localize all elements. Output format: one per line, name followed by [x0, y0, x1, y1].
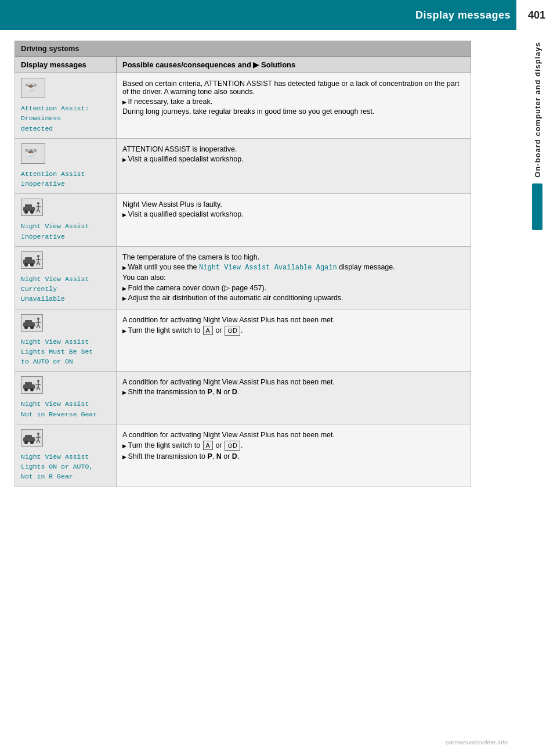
display-msg-cell: Night View AssistCurrentlyUnavailable — [15, 246, 117, 309]
solutions-cell: A condition for activating Night View As… — [117, 309, 471, 372]
solution-text: Based on certain criteria, ATTENTION ASS… — [122, 80, 465, 96]
section-title: Driving systems — [15, 41, 471, 56]
svg-point-31 — [30, 326, 34, 329]
svg-line-15 — [35, 210, 37, 211]
svg-rect-29 — [25, 320, 32, 323]
solution-text: A condition for activating Night View As… — [122, 431, 465, 439]
solution-text: The temperature of the camera is too hig… — [122, 253, 465, 261]
key-a: A — [203, 441, 213, 450]
display-msg-label: Night View AssistInoperative — [21, 221, 110, 242]
page-number: 401 — [516, 0, 557, 30]
svg-point-8 — [37, 202, 39, 204]
solution-bullet: Visit a qualified specialist workshop. — [122, 155, 465, 163]
display-msg-label: Night View AssistLights Must Be Setto AU… — [21, 337, 110, 367]
night-view-icon — [21, 429, 43, 447]
coffee-icon: ☕ ≋≋≋ — [21, 143, 45, 164]
svg-point-32 — [37, 318, 39, 320]
svg-rect-5 — [25, 204, 32, 208]
solution-bullet: Visit a qualified specialist workshop. — [122, 210, 465, 218]
display-msg-cell: Night View AssistNot in Reverse Gear — [15, 372, 117, 424]
svg-line-36 — [38, 325, 40, 328]
svg-line-24 — [38, 262, 40, 265]
solution-text: ATTENTION ASSIST is inoperative. — [122, 145, 465, 153]
main-content: Driving systems Display messages Possibl… — [0, 30, 518, 498]
display-msg-label: Night View AssistNot in Reverse Gear — [21, 399, 110, 419]
key-auto: ⊙D — [225, 441, 240, 451]
svg-point-55 — [30, 441, 34, 444]
header-bar: Display messages — [0, 0, 557, 30]
display-msg-label: Attention Assist:Drowsinessdetected — [21, 103, 110, 134]
svg-point-6 — [24, 210, 28, 214]
display-msg-cell: Night View AssistLights ON or AUTO,Not i… — [15, 424, 117, 487]
display-msg-cell: ☕ ≋≋≋ Attention AssistInoperative — [15, 138, 117, 194]
side-tab-label: On-board computer and displays — [533, 42, 542, 178]
night-view-icon — [21, 251, 43, 269]
side-tab: On-board computer and displays — [518, 30, 557, 230]
driving-systems-table: Display messages Possible causes/consequ… — [15, 56, 471, 487]
solution-text: A condition for activating Night View As… — [122, 316, 465, 324]
svg-line-60 — [38, 440, 40, 443]
key-auto: ⊙D — [225, 326, 240, 336]
solution-text: You can also: — [122, 273, 465, 282]
solution-bullet-keys: Turn the light switch to A or ⊙D. — [122, 441, 465, 451]
solution-bullet: If necessary, take a break. — [122, 98, 465, 106]
key-a: A — [203, 326, 213, 335]
solution-bullet: Fold the camera cover down (▷ page 457). — [122, 283, 465, 292]
night-view-icon — [21, 314, 43, 332]
night-view-icon — [21, 376, 43, 394]
svg-line-27 — [35, 262, 37, 264]
solution-text: During long journeys, take regular break… — [122, 107, 465, 116]
col-header-display-messages: Display messages — [15, 57, 117, 73]
svg-line-63 — [35, 440, 37, 441]
solutions-cell: A condition for activating Night View As… — [117, 424, 471, 487]
solutions-cell: A condition for activating Night View As… — [117, 372, 471, 424]
svg-point-43 — [30, 388, 34, 391]
solution-bullet-bold: Shift the transmission to P, N or D. — [122, 388, 465, 396]
solution-bullet-link: Wait until you see the Night View Assist… — [122, 263, 465, 272]
svg-point-19 — [30, 263, 34, 267]
solution-bullet: Adjust the air distribution of the autom… — [122, 294, 465, 302]
display-msg-cell: Night View AssistLights Must Be Setto AU… — [15, 309, 117, 372]
svg-text:≋≋≋: ≋≋≋ — [25, 82, 37, 88]
svg-line-39 — [35, 325, 37, 326]
solution-bullet-keys: Turn the light switch to A or ⊙D. — [122, 326, 465, 336]
svg-point-30 — [24, 326, 28, 329]
night-view-icon — [21, 199, 43, 216]
display-msg-label: Night View AssistCurrentlyUnavailable — [21, 274, 110, 304]
solutions-cell: The temperature of the camera is too hig… — [117, 246, 471, 309]
display-msg-cell: Night View AssistInoperative — [15, 194, 117, 247]
svg-point-18 — [24, 263, 28, 267]
coffee-icon: ☕ ≋≋≋ — [21, 78, 45, 98]
solutions-cell: Night View Assist Plus is faulty.Visit a… — [117, 194, 471, 247]
display-msg-label: Night View AssistLights ON or AUTO,Not i… — [21, 452, 110, 482]
svg-rect-53 — [25, 435, 32, 438]
header-title: Display messages — [415, 9, 511, 21]
svg-rect-41 — [25, 382, 32, 386]
svg-text:≋≋≋: ≋≋≋ — [25, 148, 37, 153]
svg-line-48 — [38, 387, 40, 390]
solution-text: A condition for activating Night View As… — [122, 378, 465, 386]
svg-point-44 — [37, 380, 39, 382]
watermark: carmanualsonline.info — [446, 739, 508, 746]
inline-link: Night View Assist Available Again — [199, 264, 337, 272]
display-msg-cell: ☕ ≋≋≋ Attention Assist:Drowsinessdetecte… — [15, 73, 117, 139]
svg-line-12 — [38, 209, 40, 213]
svg-point-42 — [24, 388, 28, 391]
svg-point-20 — [37, 255, 39, 257]
svg-line-51 — [35, 387, 37, 388]
side-tab-bar — [532, 183, 542, 230]
solution-bullet-bold: Shift the transmission to P, N or D. — [122, 452, 465, 460]
solution-text: Night View Assist Plus is faulty. — [122, 200, 465, 208]
svg-rect-17 — [25, 257, 32, 261]
svg-point-54 — [24, 441, 28, 444]
svg-point-7 — [30, 210, 34, 214]
solutions-cell: ATTENTION ASSIST is inoperative.Visit a … — [117, 138, 471, 194]
svg-point-56 — [37, 433, 39, 435]
solutions-cell: Based on certain criteria, ATTENTION ASS… — [117, 73, 471, 139]
display-msg-label: Attention AssistInoperative — [21, 169, 110, 189]
col-header-solutions: Possible causes/consequences and ▶ Solut… — [117, 57, 471, 73]
